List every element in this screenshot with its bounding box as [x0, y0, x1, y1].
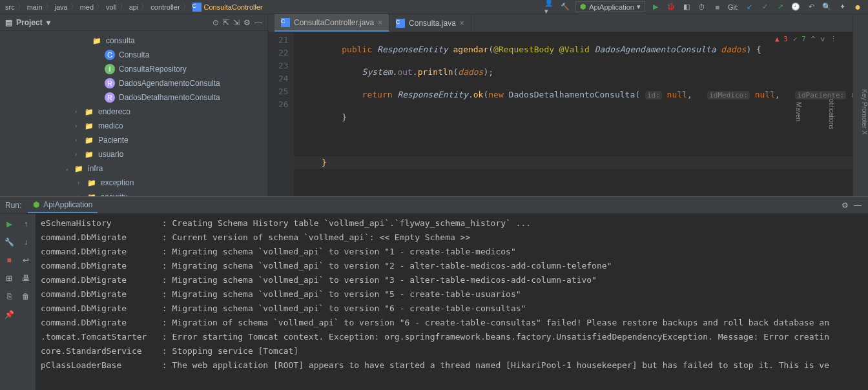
coverage-icon[interactable]: ◧	[681, 2, 692, 12]
run-tool-window: Run: ⬢ ApiApplication ⚙ — ▶↑ 🔧↓ ■↩ ⊞🖶 ⎘🗑…	[0, 196, 868, 390]
crumb[interactable]: src	[5, 3, 15, 11]
run-icon[interactable]: ▶	[650, 2, 661, 12]
error-indicator[interactable]: ▲ 3	[775, 35, 788, 43]
editor-tab-active[interactable]: C ConsultaController.java ×	[274, 14, 389, 32]
tree-item[interactable]: ›📁medico	[0, 119, 267, 133]
console-line: pClassLoaderBase : The web application […	[41, 358, 863, 373]
hide-icon[interactable]: —	[254, 18, 262, 27]
tree-item[interactable]: ›📁security	[0, 190, 267, 196]
chevron-down-icon[interactable]: v	[820, 35, 825, 43]
console-line: command.DbMigrate : Migrating schema `vo…	[41, 302, 863, 316]
git-rollback-icon[interactable]: ↶	[806, 2, 816, 12]
tree-item[interactable]: ›📁endereco	[0, 105, 267, 119]
crumb[interactable]: main	[27, 3, 43, 11]
crumb[interactable]: controller	[150, 3, 180, 11]
build-icon[interactable]: 🔨	[560, 2, 570, 12]
code-editor[interactable]: ▲ 3 ✓ 7 ^ v ⋮ 212223242526 public Respon…	[268, 32, 852, 196]
tool-key-promoter[interactable]: Key Promoter X	[861, 89, 868, 135]
rerun-icon[interactable]: ▶	[3, 218, 16, 231]
editor-tab[interactable]: C Consulta.java ×	[389, 14, 471, 32]
expand-icon[interactable]: ⇱	[223, 18, 229, 27]
exit-icon[interactable]: ⎘	[3, 290, 16, 303]
tree-item[interactable]: ›📁usuario	[0, 147, 267, 161]
search-icon[interactable]: 🔍	[822, 2, 832, 12]
soft-wrap-icon[interactable]: ↩	[19, 254, 32, 267]
chevron-up-icon[interactable]: ^	[811, 35, 816, 43]
project-tool-window: ▤Project ▾ ⊙ ⇱ ⇲ ⚙ — 📁consultaCConsultaI…	[0, 14, 268, 196]
git-update-icon[interactable]: ↙	[744, 2, 754, 12]
run-settings-icon[interactable]: ⚙	[842, 201, 849, 210]
run-tab-label: ApiApplication	[43, 200, 92, 209]
class-icon: C	[281, 18, 290, 27]
close-icon[interactable]: ×	[460, 19, 464, 28]
warning-indicator[interactable]: ✓ 7	[793, 35, 806, 43]
stop-icon[interactable]: ■	[712, 2, 723, 12]
tree-item[interactable]: RDadosAgendamentoConsulta	[0, 76, 267, 90]
project-icon: ▤	[5, 18, 12, 27]
git-commit-icon[interactable]: ✓	[760, 2, 770, 12]
user-icon[interactable]: 👤▾	[544, 2, 555, 12]
up-icon[interactable]: ↑	[19, 218, 32, 231]
pin-icon[interactable]: 📌	[3, 308, 16, 321]
run-tab-active[interactable]: ⬢ ApiApplication	[28, 198, 98, 213]
wrench-icon[interactable]: 🔧	[3, 236, 16, 249]
print-icon[interactable]: 🖶	[19, 272, 32, 285]
ide-settings-icon[interactable]: ✦	[837, 2, 847, 12]
inspections-widget[interactable]: ▲ 3 ✓ 7 ^ v ⋮	[775, 35, 837, 43]
crumb-active[interactable]: ConsultaController	[204, 3, 263, 11]
crumb[interactable]: med	[80, 3, 94, 11]
tree-item[interactable]: RDadosDetalhamentoConsulta	[0, 90, 267, 105]
spring-icon: ⬢	[580, 3, 586, 11]
tree-item[interactable]: 📁consulta	[0, 34, 267, 48]
tree-item[interactable]: CConsulta	[0, 48, 267, 62]
settings-icon[interactable]: ⚙	[243, 18, 251, 27]
stop-icon[interactable]: ■	[3, 254, 16, 267]
console-line: command.DbMigrate : Migration of schema …	[41, 316, 863, 330]
git-history-icon[interactable]: 🕘	[790, 2, 801, 12]
run-tabs: Run: ⬢ ApiApplication ⚙ —	[0, 197, 868, 214]
run-config-label: ApiApplication	[589, 3, 634, 11]
breadcrumb[interactable]: src〉 main〉 java〉 med〉 voll〉 api〉 control…	[5, 2, 544, 12]
tab-label: ConsultaController.java	[294, 18, 374, 27]
more-icon[interactable]: ⋮	[830, 35, 837, 43]
editor-area: C ConsultaController.java × C Consulta.j…	[268, 14, 852, 196]
chevron-down-icon: ▾	[637, 3, 641, 11]
class-icon: C	[192, 3, 202, 12]
profile-icon[interactable]: ⏱	[697, 2, 707, 12]
run-hide-icon[interactable]: —	[854, 201, 862, 210]
tree-item[interactable]: IConsultaRepository	[0, 62, 267, 76]
git-label: Git:	[728, 3, 739, 11]
editor-tabs: C ConsultaController.java × C Consulta.j…	[268, 14, 852, 32]
tree-item[interactable]: ›📁exception	[0, 176, 267, 190]
console-line: command.DbMigrate : Migrating schema `vo…	[41, 287, 863, 302]
git-push-icon[interactable]: ↗	[775, 2, 785, 12]
avatar-icon[interactable]: ●	[852, 2, 863, 12]
tree-item[interactable]: ⌄📁infra	[0, 161, 267, 176]
crumb[interactable]: voll	[106, 3, 117, 11]
project-tree[interactable]: 📁consultaCConsultaIConsultaRepositoryRDa…	[0, 31, 267, 196]
spring-icon: ⬢	[33, 200, 39, 209]
crumb[interactable]: java	[55, 3, 68, 11]
project-title: Project	[16, 18, 43, 27]
crumb[interactable]: api	[129, 3, 139, 11]
close-icon[interactable]: ×	[378, 18, 382, 27]
trash-icon[interactable]: 🗑	[19, 290, 32, 303]
main-toolbar: src〉 main〉 java〉 med〉 voll〉 api〉 control…	[0, 0, 868, 14]
tab-label: Consulta.java	[409, 19, 456, 28]
collapse-icon[interactable]: ⇲	[233, 18, 240, 27]
code-content[interactable]: public ResponseEntity agendar(@RequestBo…	[294, 32, 852, 196]
console-line: eSchemaHistory : Creating Schema History…	[41, 216, 863, 231]
run-side-toolbar: ▶↑ 🔧↓ ■↩ ⊞🖶 ⎘🗑 📌	[0, 214, 36, 390]
console-line: command.DbMigrate : Current version of s…	[41, 231, 863, 245]
console-line: command.DbMigrate : Migrating schema `vo…	[41, 273, 863, 287]
tree-item[interactable]: ›📁Paciente	[0, 133, 267, 147]
console-output[interactable]: eSchemaHistory : Creating Schema History…	[36, 214, 868, 390]
run-config-selector[interactable]: ⬢ ApiApplication ▾	[575, 1, 645, 12]
line-gutter: 212223242526	[268, 32, 294, 196]
locate-icon[interactable]: ⊙	[212, 18, 219, 27]
debug-icon[interactable]: 🐞	[666, 2, 676, 12]
chevron-down-icon[interactable]: ▾	[46, 18, 50, 27]
layout-icon[interactable]: ⊞	[3, 272, 16, 285]
down-icon[interactable]: ↓	[19, 236, 32, 249]
run-title: Run:	[5, 201, 21, 210]
